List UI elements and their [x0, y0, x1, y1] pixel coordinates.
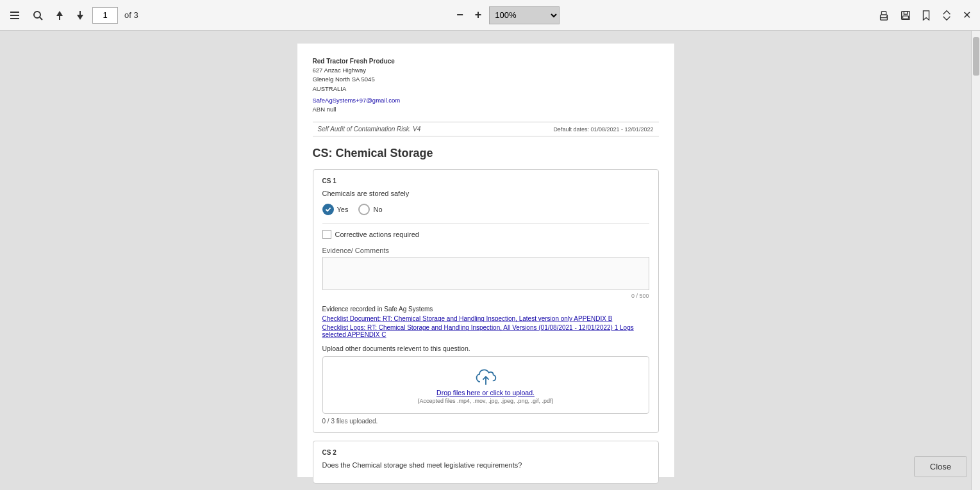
bookmark-button[interactable] — [918, 7, 934, 24]
svg-rect-1 — [10, 15, 19, 16]
address-line2: Glenelg North SA 5045 — [313, 75, 659, 84]
evidence-link2[interactable]: Checklist Logs: RT: Chemical Storage and… — [322, 324, 649, 338]
zoom-out-button[interactable]: − — [453, 6, 467, 24]
audit-dates: Default dates: 01/08/2021 - 12/01/2022 — [553, 126, 653, 133]
no-radio-unchecked — [358, 204, 370, 215]
corrective-row[interactable]: Corrective actions required — [322, 230, 649, 239]
toolbar-right: ✕ — [874, 6, 975, 24]
upload-accepted: (Accepted files .mp4, .mov, .jpg, .jpeg,… — [418, 398, 554, 404]
toolbar-left: 1 of 3 — [5, 7, 138, 24]
cs2-id: CS 2 — [322, 449, 649, 456]
svg-point-3 — [34, 12, 40, 18]
yes-option[interactable]: Yes — [322, 204, 349, 215]
no-option[interactable]: No — [358, 204, 382, 215]
prev-page-button[interactable] — [51, 7, 68, 24]
sidebar-toggle-button[interactable] — [5, 7, 24, 24]
cs2-box: CS 2 Does the Chemical storage shed meet… — [313, 441, 659, 484]
next-page-button[interactable] — [72, 7, 88, 24]
country: AUSTRALIA — [313, 85, 659, 94]
section-title: CS: Chemical Storage — [313, 147, 659, 160]
audit-title: Self Audit of Contamination Risk. V4 — [318, 126, 421, 133]
main-area: Red Tractor Fresh Produce 627 Anzac High… — [0, 31, 980, 490]
svg-rect-0 — [10, 12, 19, 13]
save-button[interactable] — [896, 7, 915, 24]
print-button[interactable] — [874, 7, 893, 24]
upload-cloud-icon — [474, 366, 497, 389]
bookmark-icon — [922, 10, 931, 21]
upload-text: Drop files here or click to upload. — [436, 389, 535, 396]
cs1-question: Chemicals are stored safely — [322, 190, 649, 197]
up-arrow-icon — [55, 10, 64, 21]
corrective-checkbox[interactable] — [322, 230, 331, 239]
print-icon — [878, 10, 890, 21]
svg-line-4 — [40, 17, 42, 20]
svg-rect-6 — [79, 11, 81, 15]
sidebar-icon — [9, 10, 21, 21]
cs1-box: CS 1 Chemicals are stored safely Yes — [313, 169, 659, 433]
svg-rect-13 — [903, 15, 909, 19]
expand-button[interactable] — [937, 7, 956, 24]
svg-point-10 — [886, 15, 888, 17]
upload-zone[interactable]: Drop files here or click to upload. (Acc… — [322, 356, 649, 414]
down-arrow-icon — [76, 10, 85, 21]
close-button[interactable]: Close — [914, 456, 967, 477]
address-line1: 627 Anzac Highway — [313, 66, 659, 75]
page-total: of 3 — [124, 10, 138, 20]
save-icon — [900, 10, 911, 21]
evidence-recorded: Evidence recorded in Safe Ag Systems — [322, 306, 649, 313]
upload-count: 0 / 3 files uploaded. — [322, 418, 649, 425]
cs2-question: Does the Chemical storage shed meet legi… — [322, 461, 649, 469]
scroll-thumb — [973, 37, 979, 76]
divider — [322, 223, 649, 224]
zoom-in-button[interactable]: + — [471, 6, 486, 24]
abn: ABN null — [313, 105, 659, 114]
svg-rect-2 — [10, 18, 19, 19]
yes-radio-checked — [322, 204, 334, 215]
toolbar: 1 of 3 − + 50% 75% 100% 125% 150% 200% — [0, 0, 980, 31]
search-button[interactable] — [28, 7, 47, 24]
scrollbar[interactable] — [971, 31, 980, 490]
svg-rect-5 — [59, 15, 60, 20]
pdf-page: Red Tractor Fresh Produce 627 Anzac High… — [297, 44, 674, 477]
checkmark-icon — [325, 206, 331, 213]
email: SafeAgSystems+97@gmail.com — [313, 97, 401, 104]
expand-icon — [941, 10, 952, 21]
evidence-label: Evidence/ Comments — [322, 247, 649, 254]
pdf-viewer[interactable]: Red Tractor Fresh Produce 627 Anzac High… — [0, 31, 971, 490]
cs1-options: Yes No — [322, 204, 649, 215]
zoom-select[interactable]: 50% 75% 100% 125% 150% 200% — [489, 6, 560, 24]
cs1-id: CS 1 — [322, 177, 649, 184]
svg-rect-12 — [904, 11, 907, 14]
page-number-input[interactable]: 1 — [92, 7, 118, 24]
evidence-link1[interactable]: Checklist Document: RT: Chemical Storage… — [322, 315, 649, 322]
upload-label: Upload other documents relevent to this … — [322, 345, 649, 352]
toolbar-center: − + 50% 75% 100% 125% 150% 200% — [138, 6, 874, 24]
close-x-button[interactable]: ✕ — [959, 6, 975, 24]
audit-header: Self Audit of Contamination Risk. V4 Def… — [313, 122, 659, 136]
yes-label: Yes — [337, 206, 349, 213]
corrective-label: Corrective actions required — [335, 231, 419, 238]
search-icon — [32, 10, 44, 21]
company-name: Red Tractor Fresh Produce — [313, 56, 659, 66]
evidence-textarea[interactable] — [322, 257, 649, 290]
svg-rect-8 — [881, 11, 886, 14]
no-label: No — [373, 206, 382, 213]
char-count: 0 / 500 — [322, 293, 649, 299]
company-header: Red Tractor Fresh Produce 627 Anzac High… — [313, 56, 659, 114]
